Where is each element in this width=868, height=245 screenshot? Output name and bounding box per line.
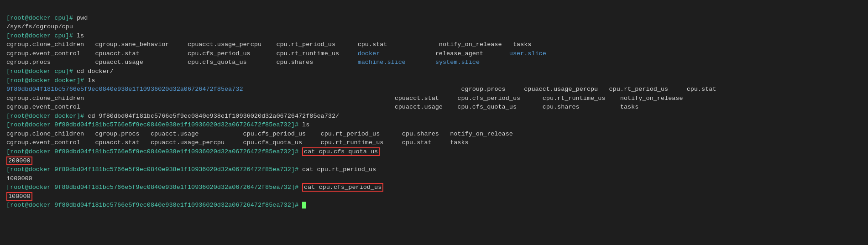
ls-row: cgroup.clone_children cgroup.sane_behavi… — [6, 41, 531, 48]
system-slice-link: system.slice — [435, 59, 480, 66]
cmd-text: pwd — [77, 15, 88, 21]
machine-slice-link: machine.slice — [358, 59, 406, 66]
prompt: [root@docker cpu]# — [6, 32, 77, 39]
docker-link: docker — [358, 50, 380, 57]
cmd-boxed: cat cpu.cfs_period_us — [302, 183, 383, 192]
prompt: [root@docker 9f80dbd04f181bc5766e5f9ec08… — [6, 184, 302, 191]
output-boxed-quota: 200000 — [6, 156, 32, 165]
cmd-text: ls — [302, 121, 309, 128]
prompt: [root@docker 9f80dbd04f181bc5766e5f9ec08… — [6, 166, 302, 173]
prompt: [root@docker cpu]# — [6, 15, 77, 21]
hash-id: 9f80dbd04f181bc5766e5f9ec0840e938e1f1093… — [6, 86, 243, 93]
output: /sys/fs/cgroup/cpu — [6, 23, 73, 30]
prompt: [root@docker cpu]# — [6, 68, 77, 75]
ls-row: cgroup.event_control cpuacct.stat cpu.cf… — [6, 50, 546, 57]
ls-row: cgroup.event_control cpuacct.stat cpuacc… — [6, 139, 469, 146]
cmd-text: ls — [88, 77, 95, 84]
ls-row: cgroup.procs cpuacct.usage cpu.cfs_quota… — [6, 59, 480, 66]
cmd-text: cd 9f80dbd04f181bc5766e5f9ec0840e938e1f1… — [88, 113, 339, 120]
output-boxed-period: 100000 — [6, 192, 32, 201]
line-1: [root@docker cpu]# pwd /sys/fs/cgroup/cp… — [6, 15, 716, 209]
terminal: [root@docker cpu]# pwd /sys/fs/cgroup/cp… — [6, 5, 862, 210]
prompt: [root@docker 9f80dbd04f181bc5766e5f9ec08… — [6, 121, 302, 128]
prompt: [root@docker docker]# — [6, 113, 88, 120]
cmd-boxed: cat cpu.cfs_quota_us — [302, 147, 380, 156]
prompt: [root@docker 9f80dbd04f181bc5766e5f9ec08… — [6, 202, 302, 209]
cmd-text: cd docker/ — [77, 68, 114, 75]
output: 1000000 — [6, 175, 32, 182]
user-slice-link: user.slice — [509, 50, 546, 57]
cursor — [302, 202, 306, 209]
ls-row: cgroup.clone_children cgroup.procs cpuac… — [6, 130, 513, 137]
prompt: [root@docker docker]# — [6, 77, 88, 84]
cmd-text: cat cpu.rt_period_us — [302, 166, 376, 173]
ls-row: cgroup.clone_children cpuacct.stat cpu.c… — [6, 95, 683, 102]
ls-cols: cgroup.procs cpuacct.usage_percpu cpu.rt… — [461, 86, 716, 93]
ls-row: cgroup.event_control cpuacct.usage cpu.c… — [6, 104, 638, 110]
prompt: [root@docker 9f80dbd04f181bc5766e5f9ec08… — [6, 148, 302, 155]
cmd-text: ls — [77, 32, 84, 39]
